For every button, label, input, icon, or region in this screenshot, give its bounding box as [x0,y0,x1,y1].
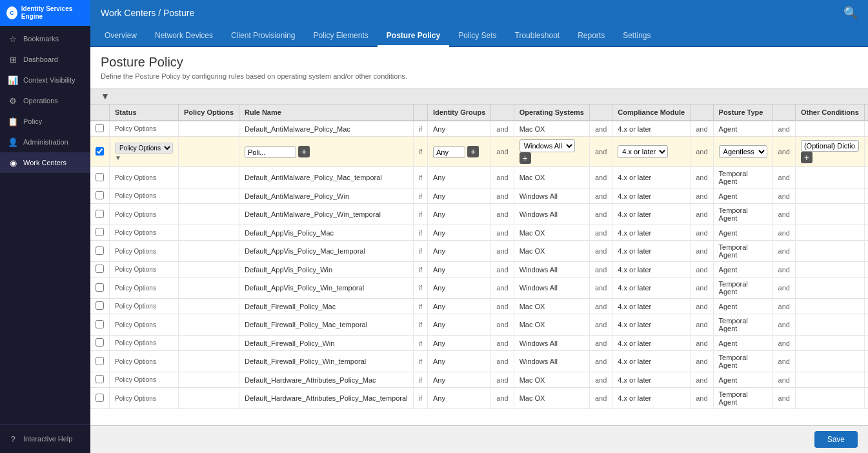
expand-bar[interactable]: ▼ [90,88,868,105]
row-rule-name: Default_AntiMalware_Policy_Win [239,188,414,204]
tab-client-provisioning[interactable]: Client Provisioning [222,26,304,47]
row-checkbox-cell[interactable] [90,241,110,262]
row-cm: 4.x or later [612,388,691,409]
operations-icon: ⚙ [8,96,18,106]
row-posture-type[interactable]: Agentless [713,137,772,167]
sidebar-item-dashboard[interactable]: ⊞ Dashboard [0,49,90,70]
row-checkbox-cell[interactable] [90,372,110,388]
row-and4: and [772,225,795,241]
sidebar-item-work-centers[interactable]: ◉ Work Centers [0,152,90,173]
sidebar-item-interactive-help[interactable]: ? Interactive Help [8,430,83,448]
row-identity-groups: Any [428,204,491,225]
tab-policy-elements[interactable]: Policy Elements [304,26,377,47]
tab-policy-sets[interactable]: Policy Sets [449,26,505,47]
search-icon[interactable]: 🔍 [843,6,858,20]
cm-select[interactable]: 4.x or later [618,145,668,158]
row-checkbox-cell[interactable] [90,388,110,409]
other-conditions-input[interactable] [801,140,859,152]
status-select[interactable]: Policy Options [115,143,173,154]
row-rule-name[interactable]: + [239,137,414,167]
identity-groups-input[interactable] [433,146,465,158]
row-identity-groups: Any [428,372,491,388]
row-policy-options [179,137,239,167]
row-checkbox-cell[interactable] [90,188,110,204]
row-checkbox[interactable] [96,338,104,347]
row-checkbox[interactable] [96,191,104,199]
sidebar-item-label: Dashboard [23,55,58,63]
row-checkbox[interactable] [96,320,104,328]
work-centers-icon: ◉ [8,157,18,168]
row-cm[interactable]: 4.x or later [612,137,691,167]
add-ig-button[interactable]: + [467,146,479,157]
row-checkbox[interactable] [96,357,104,365]
tab-troubleshoot[interactable]: Troubleshoot [506,26,569,47]
tab-overview[interactable]: Overview [96,26,146,47]
sidebar-item-operations[interactable]: ⚙ Operations [0,90,90,111]
row-status: Policy Options [110,277,179,299]
row-rule-name: Default_AntiMalware_Policy_Mac [239,121,414,137]
rule-name-input[interactable] [245,146,296,158]
sidebar-item-policy[interactable]: 📋 Policy [0,111,90,132]
row-checkbox-cell[interactable] [90,262,110,277]
row-checkbox[interactable] [96,375,104,383]
row-checkbox[interactable] [96,247,104,255]
row-checkbox[interactable] [96,147,104,156]
row-policy-options [179,372,239,388]
row-checkbox-cell[interactable] [90,351,110,372]
sidebar-item-context-visibility[interactable]: 📊 Context Visibility [0,70,90,90]
row-if: if [413,372,428,388]
row-policy-options [179,225,239,241]
save-button[interactable]: Save [814,431,858,448]
row-checkbox-cell[interactable] [90,137,110,167]
tab-settings[interactable]: Settings [614,26,660,47]
add-rule-button[interactable]: + [298,146,310,157]
tab-network-devices[interactable]: Network Devices [146,26,222,47]
row-os[interactable]: Windows All + [514,137,589,167]
row-checkbox[interactable] [96,394,104,402]
row-and4: and [772,262,795,277]
th-checkbox [90,105,110,121]
tab-posture-policy[interactable]: Posture Policy [378,26,449,47]
posture-type-select[interactable]: Agentless [719,145,767,158]
row-if: if [413,204,428,225]
row-and1: and [491,262,514,277]
row-rule-name: Default_AppVis_Policy_Mac_temporal [239,241,414,262]
add-os-button[interactable]: + [520,152,531,164]
row-checkbox-cell[interactable] [90,225,110,241]
row-status: Policy Options [110,314,179,336]
row-cm: 4.x or later [612,314,691,336]
os-select[interactable]: Windows All [520,139,575,152]
row-checkbox-cell[interactable] [90,314,110,336]
row-identity-groups: Any [428,167,491,188]
row-checkbox-cell[interactable] [90,121,110,137]
sidebar-item-administration[interactable]: 👤 Administration [0,132,90,152]
add-oc-button[interactable]: + [801,152,812,163]
row-checkbox-cell[interactable] [90,277,110,299]
row-checkbox[interactable] [96,210,104,218]
row-checkbox[interactable] [96,283,104,292]
row-checkbox-cell[interactable] [90,204,110,225]
tab-reports[interactable]: Reports [569,26,614,47]
row-rule-name: Default_AppVis_Policy_Win [239,262,414,277]
page-header: Posture Policy Define the Posture Policy… [90,47,868,88]
row-then: then [864,336,868,351]
sidebar-item-label: Context Visibility [23,76,76,84]
row-checkbox[interactable] [96,265,104,273]
dashboard-icon: ⊞ [8,54,18,65]
row-identity-groups[interactable]: + [428,137,491,167]
row-identity-groups: Any [428,388,491,409]
row-os: Windows All [514,277,589,299]
row-checkbox-cell[interactable] [90,336,110,351]
row-checkbox[interactable] [96,228,104,236]
policy-table: Status Policy Options Rule Name Identity… [90,105,868,409]
row-status[interactable]: Policy Options ▼ [110,137,179,167]
row-checkbox[interactable] [96,301,104,310]
row-and1: and [491,121,514,137]
row-checkbox-cell[interactable] [90,299,110,314]
sidebar-item-bookmarks[interactable]: ☆ Bookmarks [0,28,90,49]
row-checkbox-cell[interactable] [90,167,110,188]
row-other-conditions[interactable]: + [795,137,864,167]
row-and2: and [589,314,612,336]
row-checkbox[interactable] [96,173,104,181]
row-checkbox[interactable] [96,124,104,132]
